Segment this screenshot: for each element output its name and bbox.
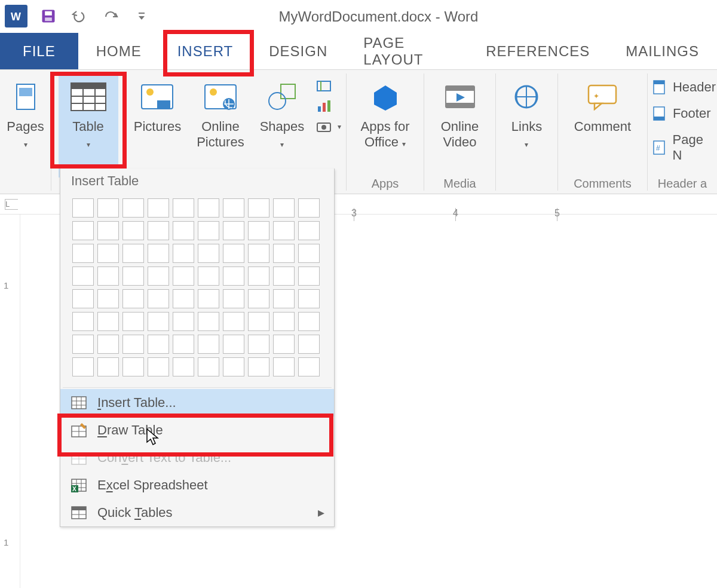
undo-button[interactable] [69, 6, 90, 26]
grid-cell[interactable] [148, 357, 169, 376]
grid-cell[interactable] [173, 198, 194, 218]
grid-cell[interactable] [97, 312, 119, 331]
shapes-button[interactable]: Shapes ▾ [256, 76, 308, 177]
screenshot-button[interactable]: ▾ [316, 119, 341, 134]
grid-cell[interactable] [273, 335, 295, 354]
online-video-button[interactable]: Online Video [437, 76, 483, 177]
menu-draw-table[interactable]: Draw Table [60, 416, 334, 444]
grid-cell[interactable] [122, 267, 144, 286]
grid-cell[interactable] [298, 335, 320, 354]
grid-cell[interactable] [223, 221, 244, 240]
tab-design[interactable]: DESIGN [251, 33, 345, 69]
grid-cell[interactable] [298, 267, 320, 286]
grid-cell[interactable] [248, 267, 269, 286]
grid-cell[interactable] [248, 357, 269, 376]
grid-cell[interactable] [248, 221, 269, 240]
grid-cell[interactable] [223, 357, 244, 376]
qat-customize-button[interactable] [131, 6, 152, 26]
page-number-button[interactable]: #Page N [651, 132, 716, 163]
grid-cell[interactable] [273, 289, 295, 308]
grid-cell[interactable] [148, 267, 169, 286]
grid-cell[interactable] [223, 312, 244, 331]
grid-cell[interactable] [273, 244, 295, 263]
grid-cell[interactable] [223, 289, 244, 308]
grid-cell[interactable] [248, 289, 269, 308]
save-button[interactable] [38, 6, 59, 26]
grid-cell[interactable] [198, 267, 219, 286]
grid-cell[interactable] [298, 198, 320, 218]
grid-cell[interactable] [198, 335, 219, 354]
grid-cell[interactable] [122, 289, 144, 308]
tab-insert[interactable]: INSERT [160, 33, 252, 69]
grid-cell[interactable] [173, 221, 194, 240]
pages-button[interactable]: Pages ▾ [3, 76, 47, 177]
grid-cell[interactable] [223, 244, 244, 263]
grid-cell[interactable] [248, 335, 269, 354]
grid-cell[interactable] [298, 244, 320, 263]
grid-cell[interactable] [72, 335, 94, 354]
tab-references[interactable]: REFERENCES [468, 33, 608, 69]
grid-cell[interactable] [273, 221, 295, 240]
grid-cell[interactable] [298, 289, 320, 308]
grid-cell[interactable] [97, 335, 119, 354]
grid-cell[interactable] [273, 267, 295, 286]
grid-cell[interactable] [72, 357, 94, 376]
grid-cell[interactable] [148, 335, 169, 354]
grid-cell[interactable] [298, 221, 320, 240]
links-button[interactable]: Links ▾ [508, 76, 546, 177]
redo-button[interactable] [100, 6, 121, 26]
grid-cell[interactable] [198, 244, 219, 263]
vertical-ruler[interactable]: 1 1 [0, 215, 20, 588]
grid-cell[interactable] [72, 198, 94, 218]
grid-cell[interactable] [198, 221, 219, 240]
grid-cell[interactable] [273, 312, 295, 331]
pictures-button[interactable]: Pictures [130, 76, 185, 177]
grid-cell[interactable] [148, 221, 169, 240]
grid-cell[interactable] [72, 267, 94, 286]
grid-cell[interactable] [198, 357, 219, 376]
grid-cell[interactable] [97, 289, 119, 308]
grid-cell[interactable] [148, 289, 169, 308]
tab-home[interactable]: HOME [78, 33, 160, 69]
grid-cell[interactable] [248, 198, 269, 218]
grid-cell[interactable] [198, 312, 219, 331]
grid-cell[interactable] [122, 198, 144, 218]
table-button[interactable]: Table ▾ [59, 76, 118, 177]
grid-cell[interactable] [223, 267, 244, 286]
grid-cell[interactable] [223, 335, 244, 354]
grid-cell[interactable] [122, 221, 144, 240]
grid-cell[interactable] [122, 312, 144, 331]
grid-cell[interactable] [173, 357, 194, 376]
header-button[interactable]: Header [651, 79, 716, 95]
grid-cell[interactable] [248, 244, 269, 263]
grid-cell[interactable] [122, 357, 144, 376]
grid-cell[interactable] [122, 244, 144, 263]
grid-cell[interactable] [173, 312, 194, 331]
grid-cell[interactable] [248, 312, 269, 331]
grid-cell[interactable] [72, 289, 94, 308]
grid-cell[interactable] [97, 267, 119, 286]
online-pictures-button[interactable]: Online Pictures [193, 76, 247, 177]
grid-cell[interactable] [273, 357, 295, 376]
grid-cell[interactable] [122, 335, 144, 354]
grid-cell[interactable] [298, 357, 320, 376]
tab-page-layout[interactable]: PAGE LAYOUT [345, 33, 468, 69]
grid-cell[interactable] [97, 221, 119, 240]
grid-cell[interactable] [148, 244, 169, 263]
grid-cell[interactable] [298, 312, 320, 331]
chart-button[interactable] [316, 99, 341, 114]
grid-cell[interactable] [173, 289, 194, 308]
grid-cell[interactable] [273, 198, 295, 218]
footer-button[interactable]: Footer [651, 106, 716, 121]
grid-cell[interactable] [173, 244, 194, 263]
grid-cell[interactable] [173, 335, 194, 354]
grid-cell[interactable] [148, 198, 169, 218]
menu-insert-table[interactable]: Insert Table... [60, 389, 334, 416]
comment-button[interactable]: ✦ Comment [571, 76, 635, 177]
grid-cell[interactable] [97, 244, 119, 263]
grid-cell[interactable] [148, 312, 169, 331]
grid-cell[interactable] [72, 244, 94, 263]
smartart-button[interactable] [316, 78, 341, 94]
grid-cell[interactable] [97, 357, 119, 376]
apps-for-office-button[interactable]: Apps for Office ▾ [357, 76, 413, 177]
